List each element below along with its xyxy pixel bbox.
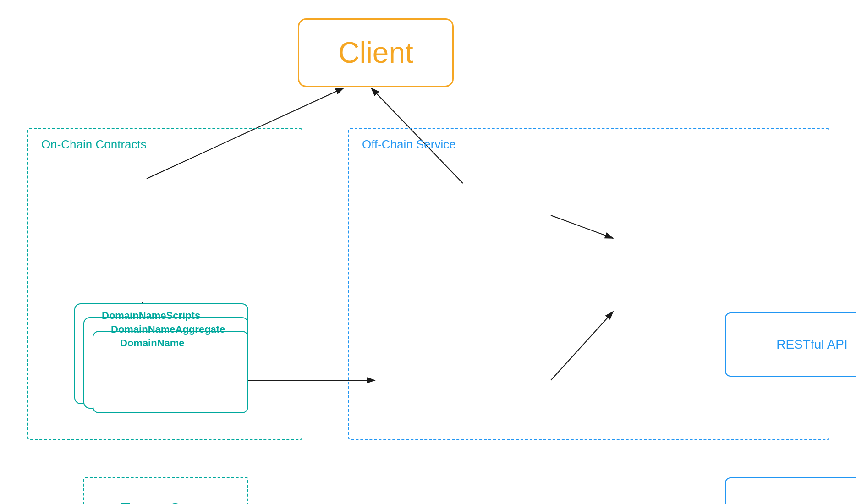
restapi-label: RESTful API (776, 337, 848, 352)
client-box: Client (298, 18, 454, 87)
restapi-box: RESTful API (725, 312, 856, 377)
onchain-box: On-Chain Contracts DomainNameScripts Dom… (27, 128, 302, 440)
diagram-container: Client On-Chain Contracts DomainNameScri… (0, 0, 856, 504)
offchain-section-label: Off-Chain Service (362, 137, 456, 152)
onchain-section-label: On-Chain Contracts (41, 137, 147, 152)
event-store-box: Event Store (83, 477, 248, 504)
scheduled-tasks-label: Scheduled Tasks (763, 502, 856, 504)
scheduled-tasks-box: Scheduled Tasks (725, 477, 856, 504)
domain-label-aggregate: DomainNameAggregate (111, 323, 225, 335)
offchain-box: Off-Chain Service RESTful API Scheduled … (348, 128, 829, 440)
domain-label-scripts: DomainNameScripts (102, 310, 200, 322)
domain-stack: DomainNameScripts DomainNameAggregate Do… (74, 303, 258, 436)
client-label: Client (338, 36, 413, 70)
event-store-label: Event Store (120, 500, 212, 504)
domain-label-name: DomainName (120, 337, 185, 349)
